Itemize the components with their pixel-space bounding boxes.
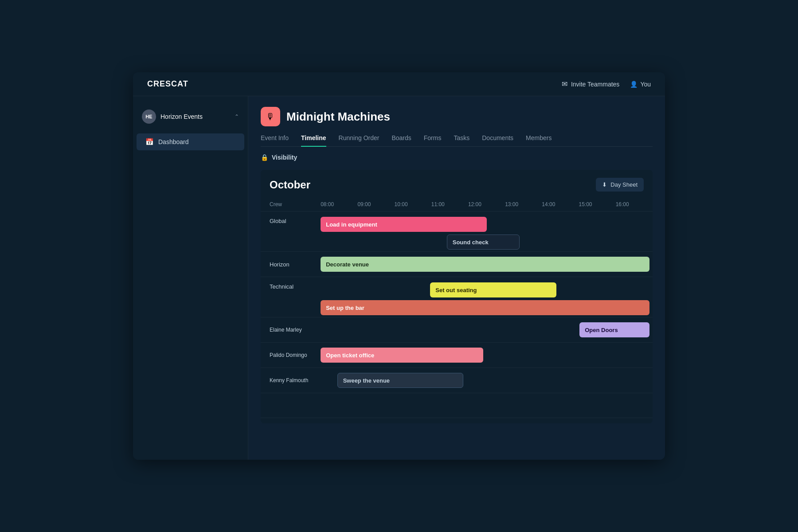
download-icon: ⬇ xyxy=(602,181,607,188)
table-row: Kenny Falmouth Sweep the venue xyxy=(261,368,653,393)
bar-load-in-equipment[interactable]: Load in equipment xyxy=(321,217,486,232)
timeline-table-wrapper: Crew 08:00 09:00 10:00 11:00 12:00 13:00… xyxy=(261,198,653,423)
horizon-gantt-cell: Decorate venue xyxy=(321,252,653,277)
bar-set-up-bar[interactable]: Set up the bar xyxy=(321,300,649,315)
row-label-kenny: Kenny Falmouth xyxy=(261,368,321,393)
tab-tasks[interactable]: Tasks xyxy=(454,134,469,147)
timeline-table: Crew 08:00 09:00 10:00 11:00 12:00 13:00… xyxy=(261,198,653,418)
time-15: 15:00 xyxy=(579,198,616,211)
timeline-section: October ⬇ Day Sheet xyxy=(261,170,653,423)
row-label-horizon: Horizon xyxy=(261,252,321,277)
user-icon: 👤 xyxy=(630,81,638,88)
bar-sweep-venue[interactable]: Sweep the venue xyxy=(337,373,464,388)
tab-documents[interactable]: Documents xyxy=(482,134,513,147)
org-selector[interactable]: HE Horizon Events ⌃ xyxy=(133,105,248,128)
bar-sound-check[interactable]: Sound check xyxy=(447,235,520,250)
top-nav: CRESCAT ✉ Invite Teammates 👤 You xyxy=(133,72,665,96)
palido-gantt-cell: Open ticket office xyxy=(321,343,653,368)
calendar-icon: 📅 xyxy=(145,138,154,146)
tab-forms[interactable]: Forms xyxy=(424,134,442,147)
event-title: Midnight Machines xyxy=(286,110,390,124)
event-tabs: Event Info Timeline Running Order Boards… xyxy=(261,134,653,147)
org-avatar: HE xyxy=(142,110,156,124)
time-09: 09:00 xyxy=(357,198,394,211)
event-icon: 🎙 xyxy=(261,107,280,126)
main-layout: HE Horizon Events ⌃ 📅 Dashboard 🎙 Midnig… xyxy=(133,96,665,460)
bar-set-out-seating[interactable]: Set out seating xyxy=(430,282,556,297)
tab-members[interactable]: Members xyxy=(526,134,552,147)
time-08: 08:00 xyxy=(321,198,357,211)
top-nav-right: ✉ Invite Teammates 👤 You xyxy=(562,80,651,88)
crew-header: Crew xyxy=(261,198,321,211)
tab-running-order[interactable]: Running Order xyxy=(339,134,379,147)
row-label-technical: Technical xyxy=(261,277,321,317)
app-container: CRESCAT ✉ Invite Teammates 👤 You HE Hori… xyxy=(133,72,665,460)
timeline-month: October xyxy=(270,179,310,191)
org-name: Horizon Events xyxy=(160,113,230,120)
tab-boards[interactable]: Boards xyxy=(391,134,411,147)
sidebar-item-label: Dashboard xyxy=(158,138,189,145)
kenny-gantt-cell: Sweep the venue xyxy=(321,368,653,393)
table-row: Global Load in equipment xyxy=(261,211,653,252)
bar-decorate-venue[interactable]: Decorate venue xyxy=(321,257,649,272)
time-13: 13:00 xyxy=(505,198,542,211)
day-sheet-button[interactable]: ⬇ Day Sheet xyxy=(596,178,644,192)
visibility-row[interactable]: 🔒 Visibility xyxy=(261,154,653,161)
time-header-row: Crew 08:00 09:00 10:00 11:00 12:00 13:00… xyxy=(261,198,653,211)
table-row: Elaine Marley Open Doors xyxy=(261,317,653,343)
event-header: 🎙 Midnight Machines xyxy=(261,107,653,126)
bar-open-doors[interactable]: Open Doors xyxy=(579,322,649,337)
row-label-elaine: Elaine Marley xyxy=(261,317,321,343)
time-10: 10:00 xyxy=(395,198,431,211)
sidebar-item-dashboard[interactable]: 📅 Dashboard xyxy=(137,133,244,150)
tab-timeline[interactable]: Timeline xyxy=(301,134,326,147)
time-12: 12:00 xyxy=(468,198,505,211)
table-row: Palido Domingo Open ticket office xyxy=(261,343,653,368)
invite-teammates-button[interactable]: ✉ Invite Teammates xyxy=(562,80,619,88)
bar-open-ticket-office[interactable]: Open ticket office xyxy=(321,348,483,363)
technical-gantt-cell: Set out seating Set up the bar xyxy=(321,277,653,317)
sidebar: HE Horizon Events ⌃ 📅 Dashboard xyxy=(133,96,248,460)
table-row: Horizon Decorate venue xyxy=(261,252,653,277)
table-row: Technical Set out seating xyxy=(261,277,653,317)
row-label-global: Global xyxy=(261,211,321,252)
time-14: 14:00 xyxy=(542,198,579,211)
time-11: 11:00 xyxy=(431,198,468,211)
visibility-label: Visibility xyxy=(272,154,297,161)
elaine-gantt-cell: Open Doors xyxy=(321,317,653,343)
chevron-down-icon: ⌃ xyxy=(235,113,239,120)
brand-logo: CRESCAT xyxy=(147,79,188,89)
timeline-header: October ⬇ Day Sheet xyxy=(261,170,653,198)
tab-event-info[interactable]: Event Info xyxy=(261,134,289,147)
table-row-empty xyxy=(261,393,653,418)
time-16: 16:00 xyxy=(616,198,653,211)
lock-icon: 🔒 xyxy=(261,154,268,161)
user-menu-button[interactable]: 👤 You xyxy=(630,81,651,88)
mail-icon: ✉ xyxy=(562,80,567,88)
global-gantt-cell: Load in equipment Sound check xyxy=(321,211,653,252)
main-content: 🎙 Midnight Machines Event Info Timeline … xyxy=(248,96,665,460)
row-label-palido: Palido Domingo xyxy=(261,343,321,368)
